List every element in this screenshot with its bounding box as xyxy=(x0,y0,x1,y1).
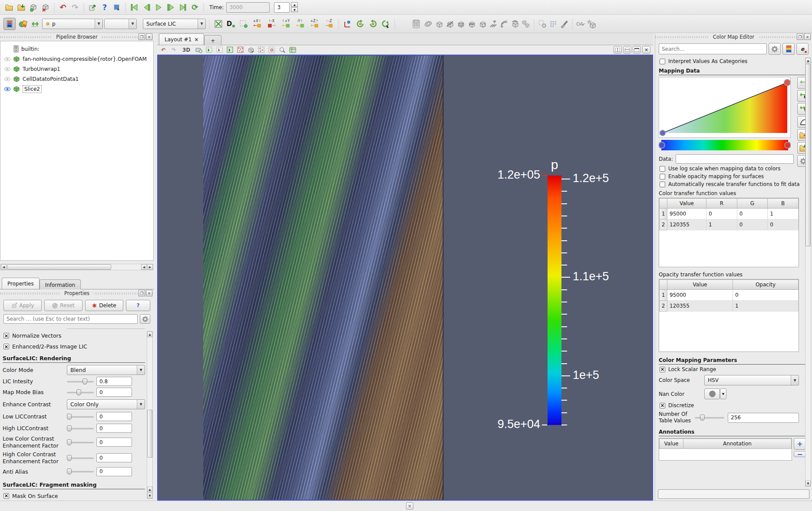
choose-preset-button[interactable] xyxy=(782,43,795,55)
rotate-ccw-icon[interactable] xyxy=(367,18,379,30)
delete-button[interactable]: ✱ Delete xyxy=(85,300,123,311)
view-plus-x-icon[interactable]: +X↑←■ xyxy=(251,18,264,30)
annotation-icon[interactable]: OA xyxy=(576,19,585,29)
properties-vscrollbar[interactable]: ▲ ▲ ▼ xyxy=(147,331,153,499)
new-layout-tab-button[interactable]: + xyxy=(204,35,221,46)
disconnect-server-icon[interactable] xyxy=(40,2,51,13)
discretize-checkbox[interactable]: × xyxy=(660,403,665,408)
lock-scalar-range-checkbox[interactable]: × xyxy=(660,367,665,372)
tab-properties[interactable]: Properties xyxy=(2,278,40,289)
tab-information[interactable]: Information xyxy=(40,279,81,290)
save-to-preset-button[interactable]: e xyxy=(796,43,809,55)
color-table-row[interactable]: 2 120355 1 0 0 xyxy=(660,219,799,230)
open-file-icon[interactable] xyxy=(3,2,15,13)
opacity-table-row[interactable]: 2 120355 1 xyxy=(660,301,799,312)
reset-button[interactable]: Reset xyxy=(44,300,83,311)
properties-options-gear-button[interactable] xyxy=(140,314,150,324)
low-color-contrast-value[interactable] xyxy=(96,438,132,447)
clip-filter-icon[interactable] xyxy=(434,19,444,29)
opacity-table-row[interactable]: 1 95000 0 xyxy=(660,290,799,301)
view-minus-y-icon[interactable]: -Y↑←■ xyxy=(294,18,307,30)
opacity-function-editor[interactable] xyxy=(659,77,791,138)
auto-rescale-checkbox[interactable] xyxy=(660,182,665,187)
maximize-view-icon[interactable] xyxy=(633,46,641,53)
apply-button[interactable]: Apply xyxy=(3,300,42,311)
view-redo-camera-icon[interactable]: ↷ xyxy=(169,46,178,54)
set-rotation-center-icon[interactable] xyxy=(342,18,353,30)
toggle-interaction-mode-icon[interactable] xyxy=(288,46,297,54)
remove-annotation-button[interactable]: − xyxy=(794,451,806,457)
rotate-cw-icon[interactable] xyxy=(355,18,366,30)
visibility-eye-icon[interactable] xyxy=(4,86,11,93)
interactive-select-points-icon[interactable] xyxy=(267,46,276,54)
high-color-contrast-slider[interactable] xyxy=(67,454,94,462)
hover-cells-icon[interactable] xyxy=(278,46,287,54)
table-values-field[interactable] xyxy=(728,413,799,423)
high-lic-contrast-slider[interactable] xyxy=(67,425,94,432)
contour-filter-icon[interactable] xyxy=(467,19,476,29)
help-icon[interactable]: ? xyxy=(99,2,110,13)
last-frame-icon[interactable] xyxy=(177,2,188,13)
properties-titlebar[interactable]: Properties ❐ × xyxy=(0,289,154,297)
close-panel-icon[interactable]: × xyxy=(146,33,152,40)
visibility-eye-icon[interactable] xyxy=(4,66,11,73)
rotate-camera-icon[interactable] xyxy=(380,18,391,30)
reset-camera-closest-icon[interactable]: D xyxy=(225,18,237,30)
layout-tab[interactable]: Layout #1 × xyxy=(159,33,204,45)
float-panel-icon[interactable]: ❐ xyxy=(797,33,803,40)
color-point-min[interactable] xyxy=(659,142,665,148)
glyph-filter-icon[interactable] xyxy=(489,19,498,29)
color-mode-combo[interactable]: Blend▼ xyxy=(67,365,145,375)
undo-icon[interactable]: ↶ xyxy=(57,2,69,13)
nan-color-dropdown-button[interactable]: ▼ xyxy=(720,388,726,399)
mask-on-surface-checkbox[interactable]: × xyxy=(3,493,9,499)
color-space-combo[interactable]: HSV▼ xyxy=(704,375,799,385)
threshold-filter-icon[interactable] xyxy=(456,19,465,29)
color-map-settings-gear-button[interactable] xyxy=(769,43,781,55)
redo-icon[interactable]: ↷ xyxy=(69,2,81,13)
first-frame-icon[interactable] xyxy=(129,2,140,13)
frame-index-field[interactable] xyxy=(274,2,290,13)
opacity-transfer-table[interactable]: Value Opacity 1 95000 0 2 120355 1 xyxy=(659,279,799,312)
split-horizontal-icon[interactable] xyxy=(614,46,622,53)
connect-server-icon[interactable] xyxy=(28,2,39,13)
slice-filter-icon[interactable] xyxy=(445,19,455,29)
zoom-closest-icon[interactable] xyxy=(238,18,249,30)
color-gradient-bar[interactable] xyxy=(659,139,791,151)
select-cells-on-icon[interactable] xyxy=(205,46,214,54)
nan-color-swatch-button[interactable] xyxy=(704,388,720,399)
group-datasets-icon[interactable] xyxy=(521,19,531,29)
lic-intensity-slider[interactable] xyxy=(67,378,94,385)
high-lic-contrast-value[interactable] xyxy=(96,424,132,433)
layout-tab-close-icon[interactable]: × xyxy=(194,36,198,43)
load-state-icon[interactable] xyxy=(87,2,98,13)
view-undo-camera-icon[interactable]: ↶ xyxy=(159,46,168,54)
low-color-contrast-slider[interactable] xyxy=(67,438,94,446)
enable-opacity-checkbox[interactable] xyxy=(660,174,665,179)
properties-help-button[interactable]: ? xyxy=(126,300,150,311)
low-lic-contrast-value[interactable] xyxy=(96,412,132,421)
representation-combo[interactable]: Surface LIC▼ xyxy=(143,19,206,29)
interactive-select-cells-icon[interactable] xyxy=(257,46,266,54)
extract-selection-icon[interactable] xyxy=(538,19,547,29)
view-minus-x-icon[interactable]: ↑-X■→ xyxy=(265,18,278,30)
interpret-categories-checkbox[interactable] xyxy=(660,59,665,64)
edit-color-map-icon[interactable] xyxy=(17,18,28,30)
color-array-combo[interactable]: p ▼ xyxy=(42,19,103,29)
color-map-editor-vscrollbar[interactable]: ▲ ▼ xyxy=(805,57,811,487)
extract-subset-icon[interactable] xyxy=(478,19,487,29)
render-viewport[interactable]: p1.2e+51.1e+51e+51.2e+059.5e+04 xyxy=(157,55,653,501)
select-cells-through-icon[interactable] xyxy=(226,46,234,54)
visibility-eye-icon[interactable] xyxy=(4,76,11,83)
select-block-icon[interactable] xyxy=(247,46,255,54)
add-annotation-button[interactable]: + xyxy=(794,438,806,450)
pipeline-item-builtin[interactable]: builtin: xyxy=(0,44,153,54)
use-log-scale-checkbox[interactable] xyxy=(660,166,665,172)
favorites-filter-icon[interactable] xyxy=(587,19,596,29)
float-panel-icon[interactable]: ❐ xyxy=(139,33,145,40)
color-map-editor-titlebar[interactable]: Color Map Editor ❐ × xyxy=(655,33,812,41)
play-icon[interactable] xyxy=(153,2,164,13)
low-lic-contrast-slider[interactable] xyxy=(67,413,94,421)
pipeline-item-slice2[interactable]: Slice2 xyxy=(0,84,153,94)
anti-alias-slider[interactable] xyxy=(67,468,94,475)
